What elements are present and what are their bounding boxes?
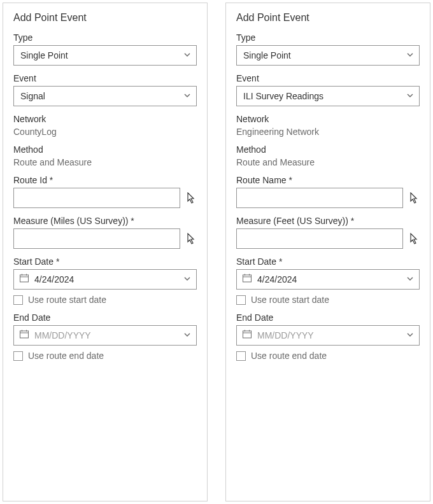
route-input[interactable] bbox=[236, 188, 403, 208]
method-label: Method bbox=[236, 144, 420, 155]
network-field: Network CountyLog bbox=[13, 114, 197, 137]
route-field: Route Id * bbox=[13, 175, 197, 208]
measure-input[interactable] bbox=[236, 228, 403, 249]
network-field: Network Engineering Network bbox=[236, 114, 420, 137]
cursor-icon bbox=[187, 192, 195, 204]
network-value: Engineering Network bbox=[236, 127, 420, 137]
end-date-placeholder: MM/DD/YYYY bbox=[34, 330, 91, 340]
measure-field: Measure (Feet (US Survey)) * bbox=[236, 216, 420, 249]
calendar-icon bbox=[242, 329, 252, 342]
start-date-field: Start Date * 4/24/2024 Use route start d… bbox=[13, 256, 197, 305]
calendar-icon bbox=[19, 273, 29, 286]
use-route-start-checkbox[interactable] bbox=[236, 295, 246, 305]
start-date-input[interactable]: 4/24/2024 bbox=[13, 269, 197, 290]
use-route-end-label: Use route end date bbox=[251, 351, 327, 361]
map-picker-button[interactable] bbox=[408, 191, 420, 205]
panel-right: Add Point Event Type Single Point Event … bbox=[225, 3, 430, 501]
calendar-icon bbox=[19, 329, 29, 342]
use-route-end-checkbox[interactable] bbox=[13, 351, 23, 361]
panel-title: Add Point Event bbox=[13, 12, 197, 24]
chevron-down-icon bbox=[183, 330, 191, 341]
cursor-icon bbox=[409, 233, 418, 244]
measure-field: Measure (Miles (US Survey)) * bbox=[13, 216, 197, 249]
svg-rect-4 bbox=[20, 331, 29, 338]
route-label: Route Name * bbox=[236, 175, 420, 185]
event-field: Event ILI Survey Readings bbox=[236, 73, 420, 106]
event-value: Signal bbox=[20, 91, 45, 101]
use-route-start-checkbox[interactable] bbox=[13, 295, 23, 305]
type-select[interactable]: Single Point bbox=[13, 45, 197, 66]
route-label: Route Id * bbox=[13, 175, 197, 185]
end-date-field: End Date MM/DD/YYYY Use route end date bbox=[236, 312, 420, 361]
chevron-down-icon bbox=[183, 90, 191, 102]
map-picker-button[interactable] bbox=[408, 232, 420, 246]
method-field: Method Route and Measure bbox=[13, 144, 197, 167]
chevron-down-icon bbox=[406, 50, 414, 61]
use-route-start-label: Use route start date bbox=[28, 295, 106, 305]
panel-title: Add Point Event bbox=[236, 12, 420, 24]
type-label: Type bbox=[13, 32, 197, 43]
event-select[interactable]: Signal bbox=[13, 86, 197, 106]
map-picker-button[interactable] bbox=[185, 232, 197, 246]
end-date-input[interactable]: MM/DD/YYYY bbox=[236, 325, 420, 346]
network-value: CountyLog bbox=[13, 127, 197, 137]
cursor-icon bbox=[409, 192, 418, 204]
type-field: Type Single Point bbox=[13, 32, 197, 66]
use-route-end-checkbox[interactable] bbox=[236, 351, 246, 361]
chevron-down-icon bbox=[183, 274, 191, 285]
network-label: Network bbox=[236, 114, 420, 124]
end-date-placeholder: MM/DD/YYYY bbox=[257, 330, 314, 340]
end-date-label: End Date bbox=[13, 312, 197, 323]
use-route-start-label: Use route start date bbox=[251, 295, 329, 305]
start-date-label: Start Date * bbox=[236, 256, 420, 267]
type-value: Single Point bbox=[20, 50, 68, 60]
type-select[interactable]: Single Point bbox=[236, 45, 420, 66]
type-value: Single Point bbox=[243, 50, 291, 60]
measure-label: Measure (Feet (US Survey)) * bbox=[236, 216, 420, 226]
method-field: Method Route and Measure bbox=[236, 144, 420, 167]
start-date-value: 4/24/2024 bbox=[34, 274, 74, 284]
method-value: Route and Measure bbox=[236, 157, 420, 167]
route-field: Route Name * bbox=[236, 175, 420, 208]
end-date-label: End Date bbox=[236, 312, 420, 323]
network-label: Network bbox=[13, 114, 197, 124]
event-label: Event bbox=[13, 73, 197, 83]
svg-rect-12 bbox=[243, 331, 252, 338]
event-field: Event Signal bbox=[13, 73, 197, 106]
chevron-down-icon bbox=[183, 50, 191, 61]
measure-input[interactable] bbox=[13, 228, 180, 249]
method-value: Route and Measure bbox=[13, 157, 197, 167]
measure-label: Measure (Miles (US Survey)) * bbox=[13, 216, 197, 226]
chevron-down-icon bbox=[406, 274, 414, 285]
end-date-field: End Date MM/DD/YYYY Use route end date bbox=[13, 312, 197, 361]
type-field: Type Single Point bbox=[236, 32, 420, 66]
svg-rect-8 bbox=[243, 275, 252, 282]
method-label: Method bbox=[13, 144, 197, 155]
start-date-input[interactable]: 4/24/2024 bbox=[236, 269, 420, 290]
start-date-field: Start Date * 4/24/2024 Use route start d… bbox=[236, 256, 420, 305]
end-date-input[interactable]: MM/DD/YYYY bbox=[13, 325, 197, 346]
map-picker-button[interactable] bbox=[185, 191, 197, 205]
type-label: Type bbox=[236, 32, 420, 43]
svg-rect-0 bbox=[20, 275, 29, 282]
route-input[interactable] bbox=[13, 188, 180, 208]
event-value: ILI Survey Readings bbox=[243, 91, 323, 101]
panel-left: Add Point Event Type Single Point Event … bbox=[3, 3, 208, 501]
event-label: Event bbox=[236, 73, 420, 83]
start-date-value: 4/24/2024 bbox=[257, 274, 297, 284]
chevron-down-icon bbox=[406, 330, 414, 341]
chevron-down-icon bbox=[406, 90, 414, 102]
event-select[interactable]: ILI Survey Readings bbox=[236, 86, 420, 106]
use-route-end-label: Use route end date bbox=[28, 351, 104, 361]
calendar-icon bbox=[242, 273, 252, 286]
cursor-icon bbox=[187, 233, 195, 244]
start-date-label: Start Date * bbox=[13, 256, 197, 267]
